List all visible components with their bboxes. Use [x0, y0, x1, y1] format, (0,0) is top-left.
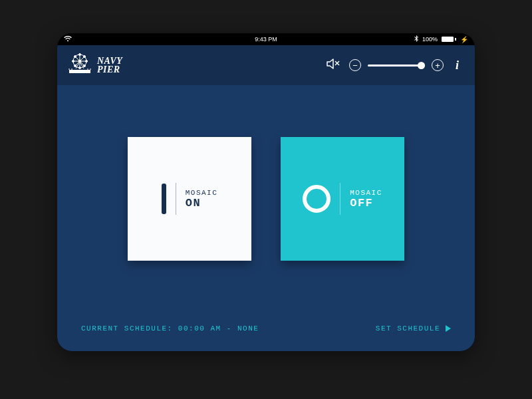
chevron-right-icon	[446, 325, 451, 332]
header-controls: − + i	[327, 58, 462, 72]
schedule-prefix: CURRENT SCHEDULE:	[81, 325, 178, 332]
mosaic-off-tile[interactable]: MOSAIC OFF	[281, 137, 404, 261]
charging-icon: ⚡	[460, 36, 468, 43]
mute-icon[interactable]	[327, 58, 340, 72]
tile-on-state: ON	[186, 197, 218, 209]
schedule-name: NONE	[237, 325, 259, 332]
set-schedule-button[interactable]: SET SCHEDULE	[376, 325, 451, 332]
mosaic-on-tile[interactable]: MOSAIC ON	[128, 137, 251, 261]
info-button[interactable]: i	[453, 59, 462, 72]
battery-percent: 100%	[422, 36, 438, 43]
volume-down-button[interactable]: −	[349, 59, 361, 71]
ferris-wheel-icon	[68, 53, 92, 78]
svg-point-10	[84, 56, 86, 58]
schedule-time: 00:00 AM	[178, 325, 221, 332]
power-on-icon	[162, 184, 166, 214]
brand-line-1: NAVY	[97, 57, 122, 65]
battery-icon	[442, 37, 456, 42]
svg-rect-14	[69, 70, 90, 73]
tile-off-state: OFF	[350, 197, 382, 209]
tablet-frame: 9:43 PM 100% ⚡	[57, 33, 475, 351]
volume-slider[interactable]	[368, 65, 425, 66]
wifi-icon	[64, 36, 72, 43]
svg-point-13	[74, 56, 76, 58]
bluetooth-icon	[414, 35, 418, 43]
tile-divider	[340, 183, 340, 215]
footer-bar: CURRENT SCHEDULE: 00:00 AM - NONE SET SC…	[77, 313, 455, 351]
svg-point-12	[74, 65, 76, 67]
svg-point-6	[79, 54, 81, 56]
status-time: 9:43 PM	[255, 36, 277, 43]
brand-logo: NAVY PIER	[68, 53, 122, 78]
svg-point-8	[79, 67, 81, 69]
svg-point-9	[72, 61, 74, 63]
svg-point-7	[86, 61, 88, 63]
tile-on-label: MOSAIC	[186, 189, 218, 197]
set-schedule-label: SET SCHEDULE	[376, 325, 440, 332]
current-schedule-text: CURRENT SCHEDULE: 00:00 AM - NONE	[81, 325, 259, 332]
status-bar: 9:43 PM 100% ⚡	[57, 33, 475, 45]
svg-point-11	[84, 65, 86, 67]
volume-control: − +	[349, 59, 444, 71]
brand-line-2: PIER	[97, 65, 122, 74]
schedule-sep: -	[221, 325, 237, 332]
tile-divider	[176, 183, 176, 215]
app-body: MOSAIC ON MOSAIC OFF CURRENT SCHEDULE: 0…	[57, 85, 475, 351]
volume-up-button[interactable]: +	[432, 59, 444, 71]
tile-off-label: MOSAIC	[350, 189, 382, 197]
tiles-row: MOSAIC ON MOSAIC OFF	[77, 85, 455, 313]
app-header: NAVY PIER − + i	[57, 45, 475, 85]
power-off-icon	[303, 185, 331, 213]
